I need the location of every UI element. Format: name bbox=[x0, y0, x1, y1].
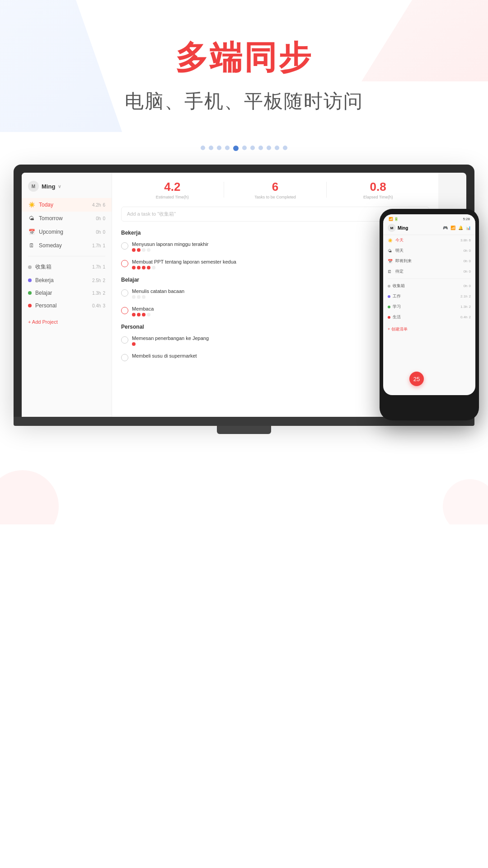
phone-work-label: 工作 bbox=[393, 293, 460, 299]
project-belajar[interactable]: Belajar 1.3h 2 bbox=[22, 287, 112, 299]
phone-screen: 📶 🔋 5:28 M Ming 🎮 📶 🔔 📊 bbox=[383, 214, 475, 395]
star bbox=[137, 266, 141, 269]
bell-icon[interactable]: 🔔 bbox=[458, 226, 463, 230]
bottom-section bbox=[0, 434, 488, 524]
task-1-checkbox[interactable] bbox=[121, 242, 128, 250]
phone-header-icons: 🎮 📶 🔔 📊 bbox=[443, 226, 471, 230]
star bbox=[132, 313, 136, 316]
phone-add-project-label: + 创建清单 bbox=[388, 326, 408, 332]
phone-work-dot bbox=[388, 295, 390, 298]
phone-study-count: 2 bbox=[469, 305, 471, 309]
stat-elapsed-value: 0.8 bbox=[327, 180, 429, 194]
phone-work[interactable]: 工作 2.1h 2 bbox=[383, 291, 475, 302]
dot-6[interactable] bbox=[250, 146, 255, 150]
sidebar-nav-today[interactable]: ☀️ Today 4.2h 6 bbox=[22, 198, 112, 212]
wifi-icon[interactable]: 📶 bbox=[450, 226, 455, 230]
phone-divider bbox=[388, 278, 471, 279]
star bbox=[142, 313, 145, 316]
nav-today-count: 6 bbox=[103, 203, 105, 208]
phone-avatar: M bbox=[388, 224, 396, 232]
phone-header: M Ming 🎮 📶 🔔 📊 bbox=[383, 222, 475, 235]
project-bekerja[interactable]: Bekerja 2.5h 2 bbox=[22, 274, 112, 287]
task-6-checkbox[interactable] bbox=[121, 354, 128, 361]
dot-0[interactable] bbox=[201, 146, 205, 150]
sidebar-nav-tomorrow[interactable]: 🌤 Tomorrow 0h 0 bbox=[22, 212, 112, 225]
stat-tasks-label: Tasks to be Completed bbox=[224, 195, 327, 199]
phone-nav-tomorrow[interactable]: 🌤 明天 0h 0 bbox=[383, 245, 475, 256]
add-project-button[interactable]: + Add Project bbox=[22, 316, 112, 328]
star bbox=[132, 295, 136, 299]
star bbox=[142, 248, 145, 252]
star bbox=[137, 313, 141, 316]
device-showcase: M Ming ∨ ☀️ Today 4.2h 6 🌤 Tomorrow 0h bbox=[0, 165, 488, 434]
belajar-label: Belajar bbox=[35, 290, 92, 296]
nav-today-label: Today bbox=[39, 202, 92, 208]
sidebar-nav-upcoming[interactable]: 📅 Upcoming 0h 0 bbox=[22, 225, 112, 239]
game-icon[interactable]: 🎮 bbox=[443, 226, 448, 230]
nav-upcoming-count: 0 bbox=[103, 230, 105, 235]
dot-8[interactable] bbox=[267, 146, 271, 150]
project-inbox[interactable]: 收集箱 1.7h 1 bbox=[22, 260, 112, 274]
app-sidebar: M Ming ∨ ☀️ Today 4.2h 6 🌤 Tomorrow 0h bbox=[22, 173, 112, 417]
hero-section: 多端同步 电脑、手机、平板随时访问 bbox=[0, 0, 488, 132]
dot-9[interactable] bbox=[275, 146, 279, 150]
dot-4-active[interactable] bbox=[233, 146, 239, 151]
phone-inbox[interactable]: 收集箱 0h 0 bbox=[383, 281, 475, 291]
dot-1[interactable] bbox=[209, 146, 213, 150]
stat-estimated-time: 4.2 Estimated Time(h) bbox=[121, 180, 224, 199]
bottom-deco-right bbox=[443, 479, 488, 524]
personal-count: 3 bbox=[103, 303, 105, 308]
personal-label: Personal bbox=[35, 302, 92, 309]
phone-study[interactable]: 学习 1.3h 2 bbox=[383, 302, 475, 312]
star bbox=[132, 342, 136, 346]
phone-tomorrow-label: 明天 bbox=[395, 248, 464, 254]
star bbox=[142, 295, 145, 299]
bekerja-count: 2 bbox=[103, 278, 105, 283]
star bbox=[147, 248, 150, 252]
dot-2[interactable] bbox=[217, 146, 221, 150]
dot-5[interactable] bbox=[242, 146, 247, 150]
inbox-time: 1.7h bbox=[92, 264, 101, 269]
phone-nav-upcoming[interactable]: 📅 即将到来 0h 0 bbox=[383, 256, 475, 266]
task-2-checkbox[interactable] bbox=[121, 260, 128, 267]
phone-tomorrow-count: 0 bbox=[469, 249, 471, 253]
task-4-checkbox[interactable] bbox=[121, 307, 128, 314]
star bbox=[142, 266, 145, 269]
inbox-label: 收集箱 bbox=[35, 263, 92, 271]
star bbox=[132, 266, 136, 269]
bottom-deco-left bbox=[0, 470, 59, 524]
personal-dot bbox=[28, 304, 32, 307]
personal-time: 0.4h bbox=[92, 303, 101, 308]
dot-7[interactable] bbox=[258, 146, 263, 150]
phone-fab-button[interactable]: 25 bbox=[409, 372, 424, 386]
dot-3[interactable] bbox=[225, 146, 230, 150]
dot-10[interactable] bbox=[283, 146, 287, 150]
nav-today-time: 4.2h bbox=[92, 203, 101, 208]
phone-tomorrow-time: 0h bbox=[464, 249, 468, 253]
phone-fab-label: 25 bbox=[413, 376, 420, 382]
phone-study-dot bbox=[388, 306, 390, 308]
phone-add-project-button[interactable]: + 创建清单 bbox=[383, 324, 475, 335]
star bbox=[137, 248, 141, 252]
phone-life[interactable]: 生活 0.4h 2 bbox=[383, 312, 475, 322]
phone-life-count: 2 bbox=[469, 315, 471, 319]
user-avatar: M bbox=[28, 181, 39, 192]
phone-nav-today[interactable]: ☀️ 今天 3.8h 6 bbox=[383, 235, 475, 245]
hero-title: 多端同步 bbox=[18, 36, 470, 80]
project-personal[interactable]: Personal 0.4h 3 bbox=[22, 299, 112, 312]
phone-someday-label: 待定 bbox=[395, 269, 464, 274]
nav-tomorrow-time: 0h bbox=[96, 216, 101, 221]
task-3-checkbox[interactable] bbox=[121, 289, 128, 297]
user-name: Ming bbox=[42, 183, 55, 190]
phone-status-icons: 📶 🔋 bbox=[389, 217, 399, 221]
sidebar-nav-someday[interactable]: 🗓 Someday 1.7h 1 bbox=[22, 239, 112, 252]
phone-time: 5:28 bbox=[463, 217, 470, 221]
phone-work-count: 2 bbox=[469, 294, 471, 298]
chart-icon[interactable]: 📊 bbox=[466, 226, 471, 230]
someday-icon: 🗓 bbox=[28, 242, 35, 249]
phone-user-name: Ming bbox=[398, 226, 408, 231]
phone-life-time: 0.4h bbox=[460, 315, 468, 319]
star bbox=[152, 266, 155, 269]
phone-nav-someday[interactable]: 🗓 待定 0h 0 bbox=[383, 266, 475, 277]
task-5-checkbox[interactable] bbox=[121, 336, 128, 344]
